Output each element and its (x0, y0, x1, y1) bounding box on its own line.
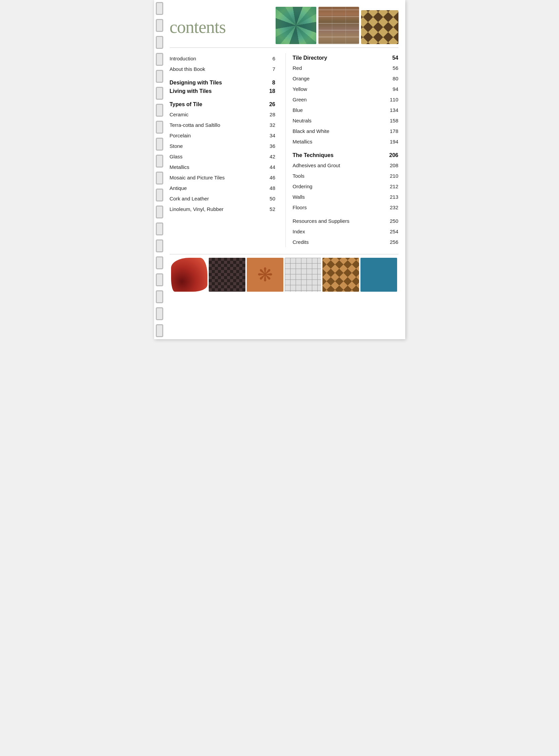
toc-section-title: The Techniques (293, 152, 334, 158)
toc-page: 44 (263, 163, 275, 171)
strip-tile-dark (209, 258, 245, 292)
binding-coil (156, 53, 163, 66)
toc-entry-black-white: Black and White 178 (293, 126, 398, 136)
toc-title: About this Book (170, 65, 264, 73)
toc-page: 134 (387, 106, 398, 114)
toc-entry-about: About this Book 7 (170, 64, 276, 74)
binding-coil (156, 155, 163, 168)
toc-section-page: 206 (387, 152, 398, 158)
toc-page: 210 (387, 172, 398, 179)
binding-coil (156, 239, 163, 252)
toc-title: Porcelain (170, 132, 264, 139)
toc-title: Green (293, 96, 387, 103)
toc-title: Terra-cotta and Saltillo (170, 121, 264, 129)
toc-entry-metallics-dir: Metallics 194 (293, 136, 398, 147)
toc-page: 50 (263, 195, 275, 202)
toc-section-title: Types of Tile (170, 101, 202, 108)
toc-title: Ordering (293, 183, 387, 190)
binding-coil (156, 121, 163, 134)
toc-title: Stone (170, 142, 264, 150)
tile-image-checkerboard (361, 10, 398, 44)
toc-page: 46 (263, 174, 275, 181)
binding-coil (156, 256, 163, 269)
toc-entry-ceramic: Ceramic 28 (170, 109, 276, 120)
toc-page: 250 (387, 217, 398, 225)
toc-page: 7 (263, 65, 275, 73)
toc-entry-introduction: Introduction 6 (170, 53, 276, 64)
toc-entry-red: Red 56 (293, 63, 398, 73)
toc-page: 208 (387, 162, 398, 169)
binding-coil (156, 189, 163, 201)
toc-title: Mosaic and Picture Tiles (170, 174, 264, 181)
tile-image-brick (318, 7, 359, 44)
toc-entry-walls: Walls 213 (293, 192, 398, 202)
binding-coil (156, 324, 163, 337)
toc-title: Resources and Suppliers (293, 217, 387, 225)
binding-coil (156, 138, 163, 151)
toc-right-column: Tile Directory 54 Red 56 Orange 80 Yello… (285, 53, 398, 247)
toc-title: Red (293, 64, 387, 72)
tile-image-mosaic (276, 7, 316, 44)
toc-title: Glass (170, 153, 264, 160)
binding-coil (156, 36, 163, 49)
toc-section-title: Living with Tiles (170, 88, 212, 94)
toc-page: 52 (263, 206, 275, 213)
toc-title: Orange (293, 75, 387, 82)
toc-page: 34 (263, 132, 275, 139)
toc-columns: Introduction 6 About this Book 7 Designi… (170, 53, 398, 247)
toc-entry-mosaic: Mosaic and Picture Tiles 46 (170, 172, 276, 183)
page-title: contents (170, 17, 226, 37)
toc-page: 194 (387, 138, 398, 145)
toc-page: 28 (263, 111, 275, 118)
binding (154, 0, 165, 339)
page-content: contents Introduction 6 About this Book … (166, 0, 405, 295)
header-tile-images (276, 7, 398, 44)
toc-page: 178 (387, 128, 398, 135)
binding-coil (156, 70, 163, 83)
strip-tile-ornate: ❋ (247, 258, 283, 292)
toc-page: 110 (387, 96, 398, 103)
toc-page: 42 (263, 153, 275, 160)
toc-page: 212 (387, 183, 398, 190)
toc-entry-antique: Antique 48 (170, 183, 276, 193)
binding-coil (156, 172, 163, 185)
strip-tile-red (171, 258, 208, 292)
bottom-tile-strip: ❋ (170, 254, 398, 295)
toc-entry-blue: Blue 134 (293, 105, 398, 115)
toc-title: Index (293, 228, 387, 235)
toc-section-page: 8 (263, 80, 275, 86)
toc-entry-floors: Floors 232 (293, 202, 398, 213)
toc-page: 48 (263, 185, 275, 192)
toc-entry-ordering: Ordering 212 (293, 181, 398, 192)
toc-title: Yellow (293, 85, 387, 93)
toc-entry-resources: Resources and Suppliers 250 (293, 215, 398, 226)
toc-section-designing: Designing with Tiles 8 (170, 76, 276, 88)
toc-title: Blue (293, 106, 387, 114)
binding-coil (156, 273, 163, 286)
toc-title: Cork and Leather (170, 195, 264, 202)
toc-page: 36 (263, 142, 275, 150)
toc-page: 158 (387, 117, 398, 124)
toc-title: Adhesives and Grout (293, 162, 387, 169)
toc-section-types: Types of Tile 26 (170, 98, 276, 109)
toc-entry-glass: Glass 42 (170, 151, 276, 162)
binding-coil (156, 87, 163, 100)
toc-page: 32 (263, 121, 275, 129)
toc-entry-cork: Cork and Leather 50 (170, 193, 276, 204)
page-header: contents (170, 7, 398, 44)
toc-entry-neutrals: Neutrals 158 (293, 115, 398, 126)
toc-entry-stone: Stone 36 (170, 141, 276, 151)
binding-coil (156, 206, 163, 218)
toc-title: Credits (293, 238, 387, 246)
toc-section-directory: Tile Directory 54 (293, 53, 398, 63)
toc-section-title: Designing with Tiles (170, 80, 222, 86)
book-page: contents Introduction 6 About this Book … (154, 0, 405, 339)
toc-entry-terracotta: Terra-cotta and Saltillo 32 (170, 120, 276, 130)
toc-title: Introduction (170, 55, 264, 62)
toc-title: Ceramic (170, 111, 264, 118)
toc-left-column: Introduction 6 About this Book 7 Designi… (170, 53, 286, 247)
toc-section-living: Living with Tiles 18 (170, 88, 276, 96)
toc-page: 56 (387, 64, 398, 72)
toc-entry-adhesives: Adhesives and Grout 208 (293, 160, 398, 171)
toc-entry-index: Index 254 (293, 226, 398, 237)
